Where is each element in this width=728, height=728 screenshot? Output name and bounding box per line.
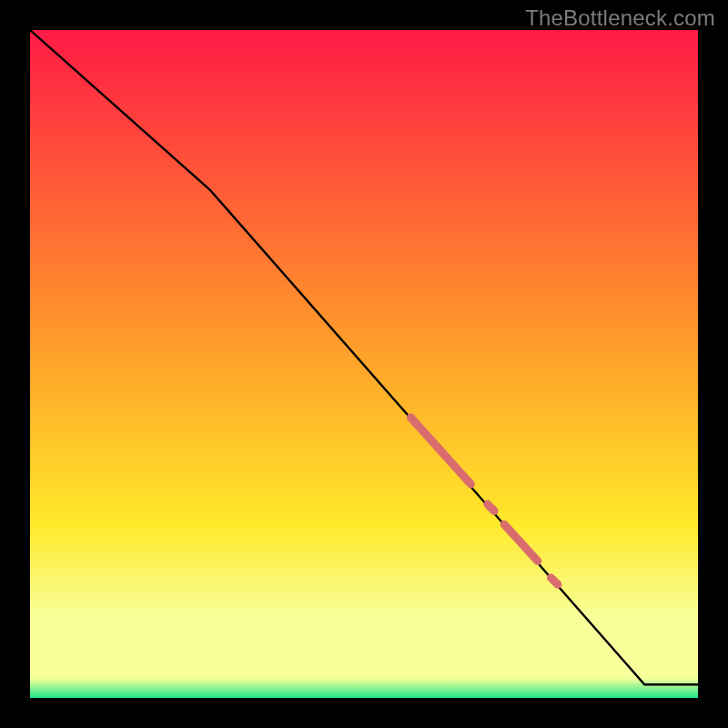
marker-seg-b xyxy=(504,524,538,561)
marker-dot-2 xyxy=(551,578,558,584)
chart-overlay xyxy=(30,30,698,698)
attribution-label: TheBottleneck.com xyxy=(525,5,715,31)
stage: TheBottleneck.com xyxy=(0,0,728,728)
plot-area xyxy=(30,30,698,698)
curve-line xyxy=(30,30,698,684)
marker-seg-a xyxy=(410,418,470,484)
marker-dot-1 xyxy=(488,504,494,511)
